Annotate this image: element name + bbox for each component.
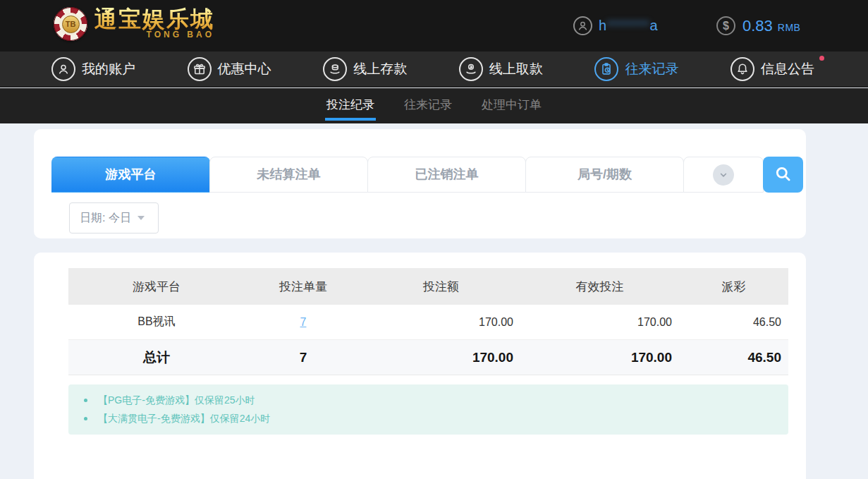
col-header-platform: 游戏平台	[68, 279, 245, 295]
col-header-bet-count: 投注单量	[245, 279, 362, 295]
site-subtitle: TONG BAO	[147, 30, 214, 40]
col-header-valid-bet: 有效投注	[520, 279, 679, 295]
cell-platform: BB视讯	[68, 315, 245, 329]
nav-item-withdraw[interactable]: 线上取款	[459, 57, 543, 81]
total-payout: 46.50	[679, 350, 788, 365]
balance[interactable]: $ 0.83 RMB	[716, 0, 800, 51]
records-icon	[594, 57, 618, 81]
subtab-bet-records[interactable]: 投注纪录	[325, 88, 376, 123]
nav-label: 往来记录	[625, 60, 678, 78]
subtab-pending-orders[interactable]: 处理中订单	[480, 88, 543, 123]
results-panel: 游戏平台 投注单量 投注额 有效投注 派彩 BB视讯 7 170.00 170.…	[34, 253, 806, 479]
date-filter-label: 日期: 今日	[80, 211, 131, 226]
main-nav: 我的账户 优惠中心 线上存款 线上取款 往来记录 信息公告	[0, 51, 868, 87]
ftab-unsettled[interactable]: 未结算注单	[209, 157, 368, 193]
balance-amount: 0.83	[742, 17, 773, 35]
total-label: 总计	[68, 348, 245, 367]
site-title: 通宝娱乐城	[94, 7, 214, 31]
ftab-cancelled[interactable]: 已注销注单	[367, 157, 526, 193]
filter-panel: 游戏平台 未结算注单 已注销注单 局号/期数 日期: 今日	[34, 129, 806, 238]
ftab-round-number[interactable]: 局号/期数	[525, 157, 684, 193]
user-icon	[51, 57, 75, 81]
retention-notes: 【PG电子-免费游戏】仅保留25小时 【大满贯电子-免费游戏】仅保留24小时	[68, 384, 788, 435]
nav-item-deposit[interactable]: 线上存款	[323, 57, 407, 81]
top-header: TB 通宝娱乐城 TONG BAO h*******a $ 0.83 RMB	[0, 0, 868, 51]
table-total-row: 总计 7 170.00 170.00 46.50	[68, 340, 788, 375]
table-header-row: 游戏平台 投注单量 投注额 有效投注 派彩	[68, 268, 788, 305]
filter-tab-row: 游戏平台 未结算注单 已注销注单 局号/期数	[51, 157, 803, 193]
cell-bet-amount: 170.00	[362, 316, 520, 329]
chip-monogram: TB	[62, 16, 80, 33]
gift-icon	[188, 57, 212, 81]
total-bet-amount: 170.00	[362, 350, 520, 365]
cell-valid-bet: 170.00	[520, 316, 679, 329]
deposit-icon	[323, 57, 347, 81]
nav-item-promotions[interactable]: 优惠中心	[188, 57, 271, 81]
username-text: h*******a	[599, 18, 658, 34]
search-button[interactable]	[763, 157, 803, 193]
balance-currency: RMB	[778, 19, 801, 33]
date-filter[interactable]: 日期: 今日	[69, 202, 159, 234]
total-bet-count: 7	[245, 350, 362, 365]
note-item: 【PG电子-免费游戏】仅保留25小时	[68, 391, 788, 409]
ftab-game-platform[interactable]: 游戏平台	[51, 157, 210, 193]
account-username[interactable]: h*******a	[573, 0, 658, 51]
more-tabs-dropdown[interactable]	[683, 157, 764, 193]
username-censored: *******	[606, 18, 649, 34]
chevron-down-icon	[713, 164, 734, 186]
nav-label: 优惠中心	[218, 60, 271, 78]
note-item: 【大满贯电子-免费游戏】仅保留24小时	[68, 409, 788, 428]
subtab-transaction-records[interactable]: 往来记录	[403, 88, 453, 123]
cell-payout: 46.50	[679, 316, 788, 329]
nav-item-transaction-records[interactable]: 往来记录	[594, 57, 678, 81]
withdraw-icon	[459, 57, 483, 81]
nav-label: 我的账户	[82, 60, 135, 78]
nav-item-announcements[interactable]: 信息公告	[731, 57, 814, 81]
bell-icon	[731, 57, 754, 81]
avatar-icon	[573, 16, 592, 35]
col-header-payout: 派彩	[679, 279, 788, 295]
nav-label: 线上取款	[489, 60, 543, 78]
bet-count-link[interactable]: 7	[300, 316, 307, 328]
table-row: BB视讯 7 170.00 170.00 46.50	[68, 305, 788, 340]
site-logo[interactable]: TB 通宝娱乐城 TONG BAO	[54, 7, 214, 41]
dollar-icon: $	[716, 16, 735, 35]
poker-chip-icon: TB	[54, 7, 87, 41]
caret-down-icon	[137, 216, 145, 220]
bet-summary-table: 游戏平台 投注单量 投注额 有效投注 派彩 BB视讯 7 170.00 170.…	[68, 268, 788, 375]
col-header-bet-amount: 投注额	[362, 279, 520, 295]
sub-nav: 投注纪录 往来记录 处理中订单	[0, 88, 868, 123]
notification-dot	[819, 56, 824, 61]
nav-label: 线上存款	[353, 60, 407, 78]
nav-item-my-account[interactable]: 我的账户	[51, 57, 135, 81]
total-valid-bet: 170.00	[520, 350, 679, 365]
nav-label: 信息公告	[761, 60, 814, 78]
search-icon	[774, 164, 793, 186]
